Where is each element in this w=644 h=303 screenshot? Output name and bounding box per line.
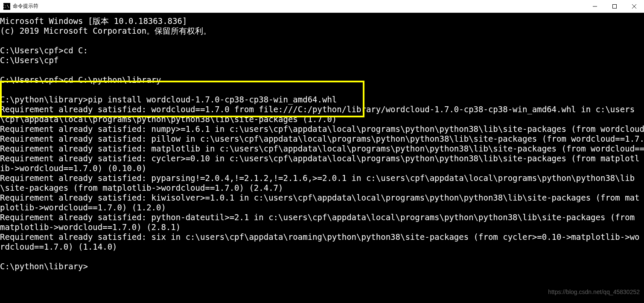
terminal-line: Requirement already satisfied: pyparsing… [0,173,644,193]
window-titlebar: C:\. 命令提示符 [0,0,644,13]
terminal-line [0,65,644,75]
minimize-button[interactable] [585,0,605,13]
terminal-line [0,85,644,95]
terminal-line: Requirement already satisfied: pillow in… [0,134,644,144]
terminal-line: Requirement already satisfied: matplotli… [0,144,644,154]
terminal-line: (c) 2019 Microsoft Corporation。保留所有权利。 [0,26,644,36]
terminal-line: Microsoft Windows [版本 10.0.18363.836] [0,16,644,26]
terminal-line: C:\Users\cpf>cd C:\python\library [0,75,644,85]
svg-rect-1 [613,4,617,8]
terminal-line: Requirement already satisfied: cycler>=0… [0,154,644,173]
terminal-line: Requirement already satisfied: wordcloud… [0,105,644,124]
terminal-line: C:\Users\cpf>cd C: [0,46,644,55]
terminal-line [0,252,644,262]
terminal-area[interactable]: Microsoft Windows [版本 10.0.18363.836](c)… [0,13,644,303]
terminal-line: C:\python\library>pip install wordcloud-… [0,95,644,105]
window-title: 命令提示符 [13,3,38,10]
cmd-icon: C:\. [3,3,10,10]
terminal-content: Microsoft Windows [版本 10.0.18363.836](c)… [0,13,644,271]
close-button[interactable] [624,0,644,13]
window-controls [585,0,644,13]
terminal-line: Requirement already satisfied: numpy>=1.… [0,124,644,134]
terminal-line [0,36,644,46]
terminal-line: Requirement already satisfied: kiwisolve… [0,193,644,213]
watermark-text: https://blog.csdn.net/qq_45830252 [548,287,640,297]
terminal-line: Requirement already satisfied: python-da… [0,213,644,232]
titlebar-left: C:\. 命令提示符 [3,3,38,10]
terminal-line: C:\python\library> [0,262,644,271]
terminal-line: Requirement already satisfied: six in c:… [0,232,644,252]
terminal-line: C:\Users\cpf [0,55,644,65]
maximize-button[interactable] [605,0,624,13]
